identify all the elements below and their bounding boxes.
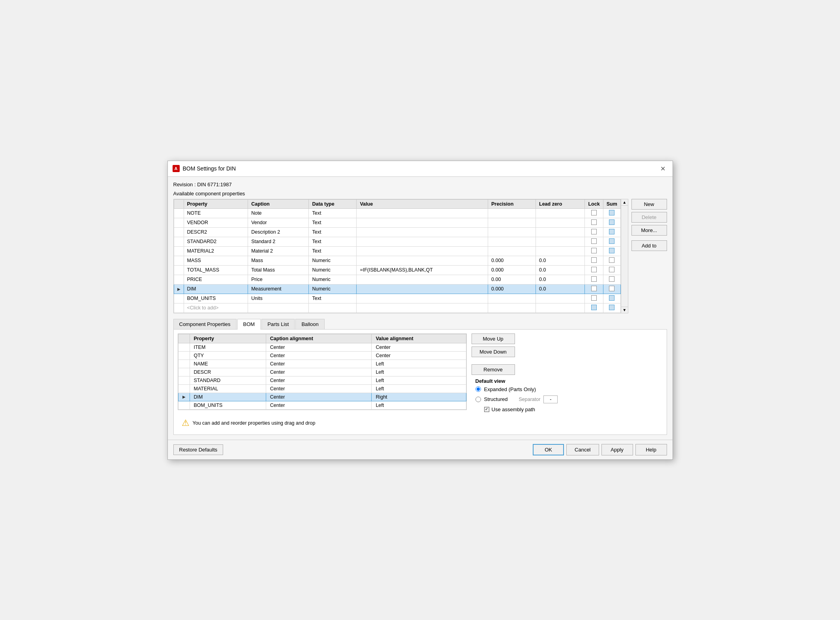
- help-button[interactable]: Help: [635, 444, 667, 455]
- prop-sum[interactable]: [603, 303, 620, 313]
- apply-button[interactable]: Apply: [601, 444, 633, 455]
- lock-checkbox[interactable]: [591, 238, 597, 244]
- sum-checkbox[interactable]: [609, 248, 614, 253]
- prop-sum[interactable]: [603, 208, 620, 218]
- bom-table-row[interactable]: QTY Center Center: [178, 351, 466, 360]
- prop-datatype: Text: [309, 227, 357, 237]
- close-button[interactable]: ✕: [658, 164, 668, 173]
- sum-checkbox[interactable]: [609, 276, 614, 282]
- tab-component-properties[interactable]: Component Properties: [173, 319, 237, 329]
- bom-prop: ITEM: [190, 343, 266, 351]
- radio-expanded[interactable]: [475, 386, 481, 392]
- sum-checkbox[interactable]: [609, 219, 614, 225]
- lock-checkbox[interactable]: [591, 210, 597, 215]
- sum-checkbox[interactable]: [609, 267, 614, 272]
- table-row[interactable]: VENDOR Vendor Text: [174, 218, 620, 227]
- radio-structured[interactable]: [475, 397, 481, 402]
- bom-table-row[interactable]: BOM_UNITS Center Left: [178, 401, 466, 409]
- bottom-right-buttons: OK Cancel Apply Help: [533, 444, 667, 455]
- table-row[interactable]: <Click to add>: [174, 303, 620, 313]
- prop-lock[interactable]: [585, 265, 603, 275]
- prop-sum[interactable]: [603, 218, 620, 227]
- prop-sum[interactable]: [603, 227, 620, 237]
- scrollbar-v[interactable]: ▲ ▼: [621, 199, 628, 313]
- remove-button[interactable]: Remove: [472, 364, 515, 375]
- bom-table-row[interactable]: ITEM Center Center: [178, 343, 466, 351]
- tab-content-bom: Property Caption alignment Value alignme…: [173, 330, 667, 435]
- prop-lock[interactable]: [585, 284, 603, 294]
- table-row[interactable]: DESCR2 Description 2 Text: [174, 227, 620, 237]
- lock-checkbox[interactable]: [591, 248, 597, 253]
- lock-checkbox[interactable]: [591, 267, 597, 272]
- sum-checkbox[interactable]: [609, 238, 614, 244]
- bom-table-row[interactable]: NAME Center Left: [178, 360, 466, 368]
- ok-button[interactable]: OK: [533, 444, 564, 455]
- prop-lock[interactable]: [585, 275, 603, 284]
- prop-datatype: Numeric: [309, 275, 357, 284]
- table-row[interactable]: ▶ DIM Measurement Numeric 0.000 0.0: [174, 284, 620, 294]
- sum-checkbox[interactable]: [609, 286, 614, 291]
- bom-table-row[interactable]: ▶ DIM Center Right: [178, 393, 466, 401]
- bom-table-row[interactable]: MATERIAL Center Left: [178, 384, 466, 393]
- new-button[interactable]: New: [631, 199, 667, 210]
- prop-lock[interactable]: [585, 294, 603, 303]
- table-row[interactable]: PRICE Price Numeric 0.00 0.0: [174, 275, 620, 284]
- lock-checkbox[interactable]: [591, 286, 597, 291]
- sum-checkbox[interactable]: [609, 210, 614, 215]
- lock-checkbox[interactable]: [591, 295, 597, 301]
- table-row[interactable]: STANDARD2 Standard 2 Text: [174, 237, 620, 246]
- prop-lock[interactable]: [585, 218, 603, 227]
- prop-lock[interactable]: [585, 246, 603, 256]
- use-assembly-path-checkbox[interactable]: [484, 407, 489, 412]
- bom-row-arrow: ▶: [178, 393, 190, 401]
- prop-caption: Description 2: [248, 227, 309, 237]
- table-row[interactable]: BOM_UNITS Units Text: [174, 294, 620, 303]
- tab-balloon[interactable]: Balloon: [295, 319, 324, 329]
- prop-sum[interactable]: [603, 284, 620, 294]
- scroll-down-arrow[interactable]: ▼: [621, 307, 628, 313]
- prop-lock[interactable]: [585, 303, 603, 313]
- prop-lock[interactable]: [585, 208, 603, 218]
- restore-defaults-button[interactable]: Restore Defaults: [173, 444, 224, 455]
- delete-button[interactable]: Delete: [631, 212, 667, 223]
- tab-bom[interactable]: BOM: [237, 319, 261, 330]
- lock-checkbox[interactable]: [591, 219, 597, 225]
- lock-checkbox[interactable]: [591, 257, 597, 263]
- move-up-button[interactable]: Move Up: [472, 333, 515, 344]
- prop-sum[interactable]: [603, 265, 620, 275]
- table-row[interactable]: TOTAL_MASS Total Mass Numeric =IF(ISBLAN…: [174, 265, 620, 275]
- prop-sum[interactable]: [603, 256, 620, 265]
- cancel-button[interactable]: Cancel: [566, 444, 599, 455]
- prop-sum[interactable]: [603, 246, 620, 256]
- sum-checkbox[interactable]: [609, 257, 614, 263]
- prop-sum[interactable]: [603, 237, 620, 246]
- table-row[interactable]: MASS Mass Numeric 0.000 0.0: [174, 256, 620, 265]
- move-down-button[interactable]: Move Down: [472, 347, 515, 357]
- lock-checkbox[interactable]: [591, 305, 597, 310]
- row-arrow: [174, 218, 184, 227]
- table-row[interactable]: MATERIAL2 Material 2 Text: [174, 246, 620, 256]
- sum-checkbox[interactable]: [609, 295, 614, 301]
- prop-sum[interactable]: [603, 275, 620, 284]
- sum-checkbox[interactable]: [609, 305, 614, 310]
- table-row[interactable]: NOTE Note Text: [174, 208, 620, 218]
- bom-table-row[interactable]: DESCR Center Left: [178, 368, 466, 376]
- lock-checkbox[interactable]: [591, 229, 597, 234]
- use-assembly-path-row: Use assembly path: [484, 406, 558, 412]
- tab-parts-list[interactable]: Parts List: [261, 319, 295, 329]
- bottom-buttons: Restore Defaults OK Cancel Apply Help: [168, 440, 673, 459]
- prop-lock[interactable]: [585, 227, 603, 237]
- separator-input[interactable]: [543, 395, 558, 403]
- scroll-up-arrow[interactable]: ▲: [621, 199, 628, 206]
- bom-table-row[interactable]: STANDARD Center Left: [178, 376, 466, 384]
- prop-lock[interactable]: [585, 237, 603, 246]
- prop-lock[interactable]: [585, 256, 603, 265]
- sum-checkbox[interactable]: [609, 229, 614, 234]
- add-to-button[interactable]: Add to: [631, 240, 667, 251]
- prop-leadzero: [536, 237, 585, 246]
- prop-value: [357, 218, 488, 227]
- prop-precision: [488, 227, 536, 237]
- more-button[interactable]: More...: [631, 225, 667, 236]
- lock-checkbox[interactable]: [591, 276, 597, 282]
- prop-sum[interactable]: [603, 294, 620, 303]
